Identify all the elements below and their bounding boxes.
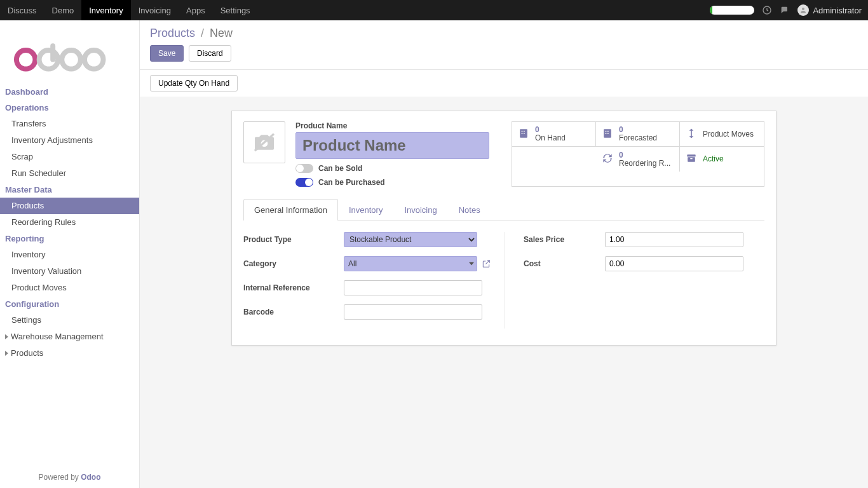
category-combo[interactable]: All [344, 256, 477, 271]
product-name-input[interactable] [295, 132, 489, 159]
can-be-purchased-toggle[interactable] [295, 178, 313, 187]
cost-input[interactable] [605, 256, 743, 271]
sidebar-link-product-moves[interactable]: Product Moves [0, 280, 139, 296]
svg-point-2 [17, 50, 35, 69]
stat-active[interactable]: Active [680, 147, 764, 172]
stat-buttons: 0On Hand 0Forecasted Product Moves [512, 121, 764, 187]
tab-general-information[interactable]: General Information [243, 199, 338, 220]
sidebar-expand-products[interactable]: Products [0, 345, 139, 362]
nav-demo[interactable]: Demo [44, 0, 82, 20]
form-tabs: General InformationInventoryInvoicingNot… [243, 198, 764, 220]
tab-notes[interactable]: Notes [448, 199, 491, 220]
external-link-icon[interactable] [481, 259, 491, 269]
nav-inventory[interactable]: Inventory [81, 0, 130, 20]
refresh-icon [601, 152, 614, 166]
building-icon [517, 127, 530, 142]
sidebar-link-inventory-adjustments[interactable]: Inventory Adjustments [0, 132, 139, 149]
barcode-input[interactable] [344, 304, 482, 320]
product-image-placeholder[interactable] [243, 121, 285, 163]
form-sheet: Product Name Can be Sold Can be Purchase… [231, 111, 776, 346]
sidebar-section-configuration: Configuration [0, 296, 139, 312]
activity-icon[interactable] [762, 5, 772, 15]
sidebar-link-inventory-valuation[interactable]: Inventory Valuation [0, 263, 139, 280]
sidebar-link-reordering-rules[interactable]: Reordering Rules [0, 214, 139, 231]
sidebar-link-products[interactable]: Products [0, 198, 139, 214]
sidebar-section-reporting: Reporting [0, 231, 139, 247]
sidebar-expand-warehouse-management[interactable]: Warehouse Management [0, 329, 139, 345]
user-menu[interactable]: Administrator [797, 4, 862, 16]
conversations-icon[interactable] [780, 5, 790, 15]
sidebar-section-operations: Operations [0, 100, 139, 116]
nav-invoicing[interactable]: Invoicing [131, 0, 179, 20]
svg-point-1 [802, 8, 804, 10]
svg-rect-10 [524, 130, 525, 132]
chevron-down-icon [469, 262, 474, 266]
building-icon [601, 127, 614, 142]
top-nav: DiscussDemoInventoryInvoicingAppsSetting… [0, 0, 258, 20]
stat-reordering-rules[interactable]: 0Reordering R... [596, 147, 680, 172]
barcode-label: Barcode [243, 308, 339, 316]
product-type-select[interactable]: Stockable Product [344, 232, 477, 247]
sidebar-link-inventory[interactable]: Inventory [0, 247, 139, 263]
user-name: Administrator [813, 6, 862, 15]
breadcrumb-current: New [210, 27, 233, 39]
save-button[interactable]: Save [150, 45, 184, 62]
can-be-sold-toggle[interactable] [295, 164, 313, 173]
svg-rect-14 [606, 130, 607, 132]
svg-rect-18 [687, 154, 695, 156]
arrows-v-icon [685, 127, 698, 142]
svg-rect-15 [607, 130, 609, 132]
caret-right-icon [5, 334, 8, 339]
internal-reference-input[interactable] [344, 280, 482, 295]
svg-rect-9 [522, 130, 523, 132]
progress-indicator[interactable] [710, 6, 754, 15]
stat-product-moves[interactable]: Product Moves [680, 122, 764, 147]
svg-point-4 [62, 50, 80, 69]
cost-label: Cost [524, 259, 600, 268]
tab-invoicing[interactable]: Invoicing [393, 199, 447, 220]
product-type-label: Product Type [243, 235, 339, 244]
sales-price-input[interactable] [605, 232, 743, 247]
breadcrumb-root[interactable]: Products [150, 27, 195, 39]
sidebar-link-transfers[interactable]: Transfers [0, 116, 139, 132]
nav-apps[interactable]: Apps [179, 0, 213, 20]
category-label: Category [243, 259, 339, 268]
product-name-label: Product Name [295, 121, 501, 130]
sidebar-section-master-data: Master Data [0, 182, 139, 198]
stat-forecasted[interactable]: 0Forecasted [596, 122, 680, 147]
brand-logo [0, 20, 139, 84]
breadcrumb: Products / New [150, 27, 858, 40]
sidebar-link-run-scheduler[interactable]: Run Scheduler [0, 165, 139, 182]
svg-rect-17 [607, 133, 609, 134]
discard-button[interactable]: Discard [189, 45, 231, 62]
sidebar-section-dashboard: Dashboard [0, 84, 139, 100]
can-be-sold-label: Can be Sold [318, 164, 362, 173]
can-be-purchased-label: Can be Purchased [318, 178, 385, 187]
update-qty-button[interactable]: Update Qty On Hand [150, 75, 238, 92]
nav-discuss[interactable]: Discuss [0, 0, 44, 20]
sidebar-link-scrap[interactable]: Scrap [0, 149, 139, 165]
svg-point-5 [85, 50, 103, 69]
svg-rect-12 [524, 133, 525, 134]
nav-settings[interactable]: Settings [213, 0, 258, 20]
powered-by: Powered by Odoo [0, 468, 139, 488]
svg-rect-16 [606, 133, 607, 134]
stat-on-hand[interactable]: 0On Hand [512, 122, 596, 147]
archive-icon [685, 152, 698, 166]
caret-right-icon [5, 351, 8, 356]
sidebar-link-settings[interactable]: Settings [0, 312, 139, 329]
internal-reference-label: Internal Reference [243, 283, 339, 292]
svg-rect-11 [522, 133, 523, 134]
avatar-icon [797, 4, 809, 16]
sales-price-label: Sales Price [524, 235, 600, 244]
svg-rect-19 [688, 157, 695, 162]
tab-inventory[interactable]: Inventory [338, 199, 393, 220]
svg-rect-20 [690, 158, 692, 159]
